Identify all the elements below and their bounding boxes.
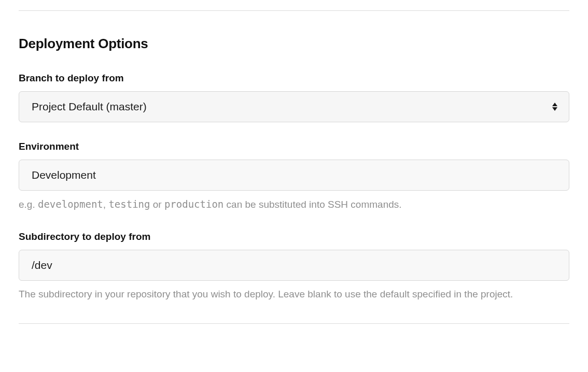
- subdirectory-field-group: Subdirectory to deploy from The subdirec…: [19, 231, 569, 302]
- subdirectory-input[interactable]: [19, 250, 569, 281]
- bottom-divider: [19, 323, 569, 324]
- branch-label: Branch to deploy from: [19, 73, 569, 84]
- branch-select[interactable]: Project Default (master): [19, 91, 569, 122]
- help-text-suffix: can be substituted into SSH commands.: [223, 199, 401, 210]
- subdirectory-label: Subdirectory to deploy from: [19, 231, 569, 242]
- help-code-testing: testing: [108, 198, 150, 210]
- environment-help-text: e.g. development, testing or production …: [19, 197, 569, 212]
- section-title: Deployment Options: [19, 36, 569, 52]
- help-code-production: production: [164, 198, 223, 210]
- branch-select-wrapper: Project Default (master): [19, 91, 569, 122]
- subdirectory-help-text: The subdirectory in your repository that…: [19, 287, 569, 302]
- environment-label: Environment: [19, 141, 569, 152]
- environment-input[interactable]: [19, 160, 569, 191]
- branch-field-group: Branch to deploy from Project Default (m…: [19, 73, 569, 122]
- help-sep2: or: [150, 199, 164, 210]
- help-text-prefix: e.g.: [19, 199, 38, 210]
- help-code-development: development: [38, 198, 103, 210]
- help-sep1: ,: [103, 199, 109, 210]
- top-divider: [19, 10, 569, 11]
- environment-field-group: Environment e.g. development, testing or…: [19, 141, 569, 212]
